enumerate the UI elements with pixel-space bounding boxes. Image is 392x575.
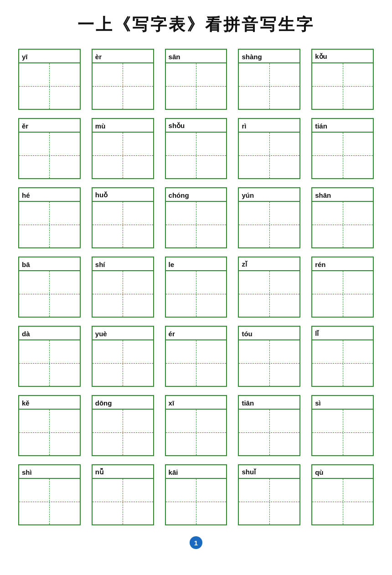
- writing-area[interactable]: [312, 202, 373, 247]
- pinyin-label: qù: [312, 465, 373, 479]
- writing-area[interactable]: [19, 202, 80, 247]
- char-box: huǒ: [92, 187, 154, 248]
- char-box: zǐ: [238, 257, 300, 318]
- writing-area[interactable]: [239, 479, 299, 524]
- char-box: sì: [311, 395, 374, 456]
- pinyin-label: lǐ: [312, 327, 373, 340]
- writing-area[interactable]: [239, 410, 299, 455]
- pinyin-label: yún: [239, 188, 299, 202]
- pinyin-label: shǒu: [166, 119, 227, 133]
- char-box: sān: [165, 49, 227, 110]
- char-box: rì: [238, 118, 300, 179]
- writing-area[interactable]: [19, 271, 80, 317]
- writing-area[interactable]: [166, 410, 227, 455]
- pinyin-label: yuè: [93, 327, 153, 340]
- writing-area[interactable]: [239, 271, 299, 317]
- char-box: shuǐ: [238, 464, 300, 525]
- pinyin-label: dōng: [93, 396, 153, 410]
- char-box: ér: [165, 326, 227, 387]
- writing-area[interactable]: [166, 202, 227, 247]
- pinyin-label: shàng: [239, 50, 299, 63]
- writing-area[interactable]: [19, 340, 80, 386]
- pinyin-label: shí: [93, 257, 153, 271]
- pinyin-label: rì: [239, 119, 299, 133]
- char-box: shān: [311, 187, 374, 248]
- char-box: chóng: [165, 187, 227, 248]
- char-box: qù: [311, 464, 374, 525]
- pinyin-label: zǐ: [239, 257, 299, 271]
- pinyin-label: hé: [19, 188, 80, 202]
- pinyin-label: yī: [19, 50, 80, 63]
- char-box: shǒu: [165, 118, 227, 179]
- char-box: èr: [92, 49, 154, 110]
- char-box: mù: [92, 118, 154, 179]
- writing-area[interactable]: [239, 133, 299, 178]
- char-box: shàng: [238, 49, 300, 110]
- writing-area[interactable]: [239, 340, 299, 386]
- writing-area[interactable]: [312, 133, 373, 178]
- pinyin-label: xī: [166, 396, 227, 410]
- pinyin-label: tóu: [239, 327, 299, 340]
- writing-area[interactable]: [93, 340, 153, 386]
- pinyin-label: sān: [166, 50, 227, 63]
- writing-area[interactable]: [312, 410, 373, 455]
- writing-area[interactable]: [93, 63, 153, 109]
- char-box: ěr: [18, 118, 81, 179]
- writing-area[interactable]: [93, 410, 153, 455]
- writing-area[interactable]: [312, 479, 373, 524]
- pinyin-label: nǚ: [93, 465, 153, 479]
- pinyin-label: sì: [312, 396, 373, 410]
- writing-area[interactable]: [166, 479, 227, 524]
- char-box: shì: [18, 464, 81, 525]
- pinyin-label: kě: [19, 396, 80, 410]
- char-box: nǚ: [92, 464, 154, 525]
- char-box: shí: [92, 257, 154, 318]
- writing-area[interactable]: [93, 202, 153, 247]
- pinyin-label: shān: [312, 188, 373, 202]
- char-box: yún: [238, 187, 300, 248]
- writing-area[interactable]: [312, 340, 373, 386]
- writing-area[interactable]: [93, 271, 153, 317]
- char-box: tián: [311, 118, 374, 179]
- pinyin-label: ěr: [19, 119, 80, 133]
- pinyin-label: huǒ: [93, 188, 153, 202]
- writing-area[interactable]: [19, 479, 80, 524]
- char-box: xī: [165, 395, 227, 456]
- pinyin-label: èr: [93, 50, 153, 63]
- char-box: bā: [18, 257, 81, 318]
- writing-area[interactable]: [93, 479, 153, 524]
- character-grid: yīèrsānshàngkǒuěrmùshǒurìtiánhéhuǒchóngy…: [18, 49, 374, 525]
- writing-area[interactable]: [166, 271, 227, 317]
- pinyin-label: rén: [312, 257, 373, 271]
- writing-area[interactable]: [239, 202, 299, 247]
- writing-area[interactable]: [93, 133, 153, 178]
- pinyin-label: shuǐ: [239, 465, 299, 479]
- char-box: yuè: [92, 326, 154, 387]
- pinyin-label: dà: [19, 327, 80, 340]
- pinyin-label: shì: [19, 465, 80, 479]
- writing-area[interactable]: [166, 63, 227, 109]
- pinyin-label: ér: [166, 327, 227, 340]
- char-box: rén: [311, 257, 374, 318]
- pinyin-label: le: [166, 257, 227, 271]
- pinyin-label: bā: [19, 257, 80, 271]
- writing-area[interactable]: [312, 271, 373, 317]
- char-box: le: [165, 257, 227, 318]
- writing-area[interactable]: [312, 63, 373, 109]
- writing-area[interactable]: [239, 63, 299, 109]
- writing-area[interactable]: [19, 410, 80, 455]
- writing-area[interactable]: [166, 133, 227, 178]
- char-box: kāi: [165, 464, 227, 525]
- writing-area[interactable]: [166, 340, 227, 386]
- page-title: 一上《写字表》看拼音写生字: [77, 14, 315, 36]
- char-box: dōng: [92, 395, 154, 456]
- char-box: lǐ: [311, 326, 374, 387]
- char-box: dà: [18, 326, 81, 387]
- writing-area[interactable]: [19, 133, 80, 178]
- writing-area[interactable]: [19, 63, 80, 109]
- page-number: 1: [190, 536, 202, 549]
- char-box: hé: [18, 187, 81, 248]
- pinyin-label: kāi: [166, 465, 227, 479]
- pinyin-label: tiān: [239, 396, 299, 410]
- char-box: yī: [18, 49, 81, 110]
